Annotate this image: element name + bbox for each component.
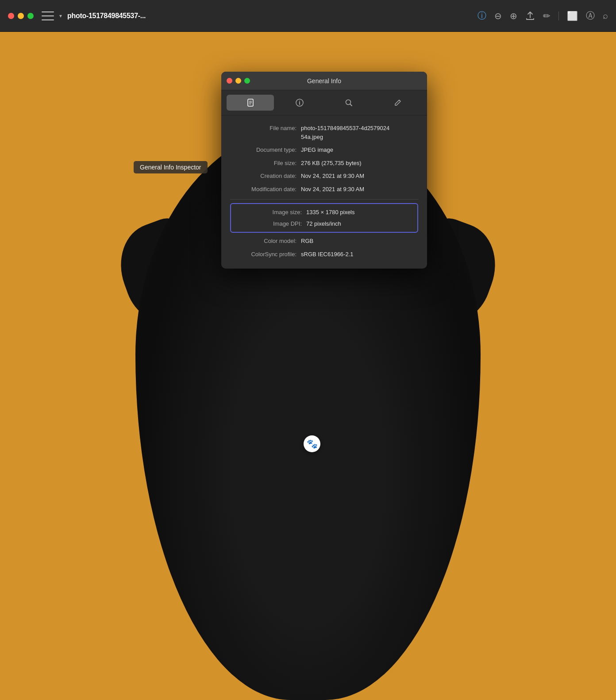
tooltip: General Info Inspector (134, 161, 208, 173)
file-name-value: photo-1517849845537-4d257902454a.jpeg (301, 124, 418, 141)
creation-date-value: Nov 24, 2021 at 9:30 AM (301, 172, 418, 181)
divider-1 (230, 199, 418, 200)
creation-date-label: Creation date: (230, 172, 301, 181)
aspect-ratio-icon[interactable]: ⬜ (567, 11, 578, 21)
traffic-lights (8, 13, 34, 19)
svg-line-8 (350, 104, 352, 106)
info-content: File name: photo-1517849845537-4d2579024… (221, 115, 427, 269)
filename-label: photo-1517849845537-... (67, 12, 472, 20)
sidebar-toggle-button[interactable] (42, 12, 54, 20)
zoom-out-icon[interactable]: ⊖ (494, 11, 502, 21)
panel-minimize-button[interactable] (235, 78, 241, 84)
tab-document[interactable] (227, 95, 274, 111)
panel-title: General Info (307, 77, 341, 85)
file-name-row: File name: photo-1517849845537-4d2579024… (230, 122, 418, 143)
share-icon[interactable] (525, 11, 535, 21)
maximize-button[interactable] (27, 13, 34, 19)
zoom-in-icon[interactable]: ⊕ (510, 11, 517, 21)
toolbar-divider (558, 12, 559, 20)
colorsync-row: ColorSync profile: sRGB IEC61966-2.1 (230, 248, 418, 261)
image-size-row: Image size: 1335 × 1780 pixels (235, 207, 413, 218)
panel-maximize-button[interactable] (244, 78, 250, 84)
image-size-value: 1335 × 1780 pixels (306, 208, 413, 217)
highlighted-section: Image size: 1335 × 1780 pixels Image DPI… (230, 203, 418, 233)
panel-titlebar: General Info (221, 72, 427, 90)
image-size-label: Image size: (235, 208, 306, 217)
doc-type-label: Document type: (230, 146, 301, 154)
main-content: General Info Inspector 🐾 General Info (0, 32, 616, 700)
tab-info[interactable] (276, 95, 323, 111)
file-size-label: File size: (230, 159, 301, 168)
doc-type-row: Document type: JPEG image (230, 143, 418, 157)
image-dpi-label: Image DPI: (235, 219, 306, 228)
image-dpi-row: Image DPI: 72 pixels/inch (235, 218, 413, 230)
color-model-row: Color model: RGB (230, 235, 418, 248)
colorsync-label: ColorSync profile: (230, 250, 301, 259)
file-size-row: File size: 276 KB (275,735 bytes) (230, 157, 418, 170)
tab-edit[interactable] (374, 95, 422, 111)
image-dpi-value: 72 pixels/inch (306, 219, 413, 228)
info-panel: General Info (221, 72, 427, 269)
panel-traffic-lights (227, 78, 250, 84)
mod-date-label: Modification date: (230, 185, 301, 194)
search-icon[interactable]: ⌕ (603, 11, 608, 21)
svg-point-6 (299, 101, 300, 102)
panel-close-button[interactable] (227, 78, 232, 84)
paw-cursor-icon: 🐾 (304, 435, 320, 452)
doc-type-value: JPEG image (301, 146, 418, 154)
creation-date-row: Creation date: Nov 24, 2021 at 9:30 AM (230, 169, 418, 183)
panel-tabs (221, 90, 427, 115)
tooltip-text: General Info Inspector (140, 164, 201, 171)
mod-date-value: Nov 24, 2021 at 9:30 AM (301, 185, 418, 194)
colorsync-value: sRGB IEC61966-2.1 (301, 250, 418, 259)
close-button[interactable] (8, 13, 14, 19)
tab-search[interactable] (325, 95, 373, 111)
color-model-label: Color model: (230, 237, 301, 246)
toolbar-icons: ⓘ ⊖ ⊕ ✏ ⬜ Ⓐ ⌕ (477, 10, 608, 22)
file-name-label: File name: (230, 124, 301, 133)
mod-date-row: Modification date: Nov 24, 2021 at 9:30 … (230, 183, 418, 196)
color-model-value: RGB (301, 237, 418, 246)
chevron-down-icon: ▾ (59, 13, 62, 19)
file-size-value: 276 KB (275,735 bytes) (301, 159, 418, 168)
minimize-button[interactable] (18, 13, 24, 19)
titlebar: ▾ photo-1517849845537-... ⓘ ⊖ ⊕ ✏ ⬜ Ⓐ ⌕ (0, 0, 616, 32)
info-icon[interactable]: ⓘ (477, 10, 486, 22)
stamp-icon[interactable]: Ⓐ (586, 10, 595, 22)
pen-icon[interactable]: ✏ (543, 11, 551, 21)
